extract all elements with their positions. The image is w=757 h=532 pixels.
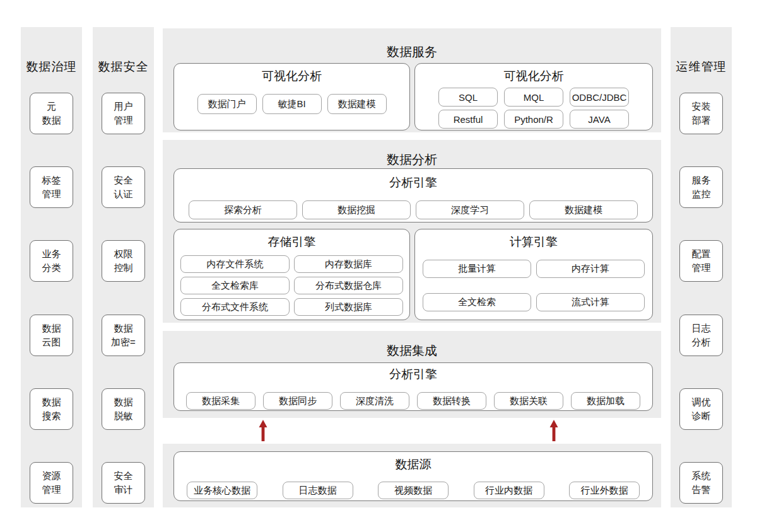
module-data-search: 数据 搜索 xyxy=(30,388,73,430)
panel-analysis-engine-title: 分析引擎 xyxy=(174,175,652,191)
chip-data-modeling: 数据建模 xyxy=(327,94,387,114)
up-arrow-icon xyxy=(549,420,559,441)
chip-inmemory-computing: 内存计算 xyxy=(536,260,645,278)
chip-row: 探索分析 数据挖掘 深度学习 数据建模 xyxy=(174,200,652,219)
module-user-management: 用户 管理 xyxy=(102,93,145,134)
module-security-audit: 安全 审计 xyxy=(102,462,145,504)
chip-row: Restful Python/R JAVA xyxy=(415,110,652,129)
module-config-management: 配置 管理 xyxy=(679,240,723,282)
panel-compute-engine-title: 计算引擎 xyxy=(415,234,652,250)
panel-storage-engine: 存储引擎 内存文件系统 内存数据库 全文检索库 分布式数据仓库 分布式文件系统 … xyxy=(173,229,410,320)
chip-row: 全文检索 流式计算 xyxy=(415,293,652,311)
chip-restful: Restful xyxy=(438,110,498,129)
panel-storage-engine-title: 存储引擎 xyxy=(174,234,409,250)
chip-data-collection: 数据采集 xyxy=(186,392,255,410)
chip-inmemory-file-system: 内存文件系统 xyxy=(180,255,290,273)
module-log-analysis: 日志 分析 xyxy=(679,315,723,356)
chip-stream-computing: 流式计算 xyxy=(536,293,645,311)
panel-visual-analysis-title: 可视化分析 xyxy=(174,68,409,84)
panel-integration-engine-title: 分析引擎 xyxy=(174,366,652,383)
up-arrow-icon xyxy=(258,420,268,441)
sidebar-governance-title: 数据治理 xyxy=(21,27,82,75)
module-data-cloud-map: 数据 云图 xyxy=(30,315,73,356)
chip-deep-learning: 深度学习 xyxy=(416,200,524,219)
module-data-encryption: 数据 加密= xyxy=(102,315,145,356)
chip-row: 数据门户 敏捷BI 数据建模 xyxy=(174,94,409,114)
chip-data-transformation: 数据转换 xyxy=(417,392,486,410)
section-data-source: 数据源 业务核心数据 日志数据 视频数据 行业内数据 行业外数据 xyxy=(163,444,661,507)
module-system-alert: 系统 告警 xyxy=(679,462,723,504)
chip-python-r: Python/R xyxy=(504,110,563,129)
section-data-integration: 数据集成 分析引擎 数据采集 数据同步 深度清洗 数据转换 数据关联 数据加载 xyxy=(163,331,661,418)
chip-row: SQL MQL ODBC/JDBC xyxy=(415,88,652,107)
section-data-services: 数据服务 可视化分析 数据门户 敏捷BI 数据建模 可视化分析 SQL MQL … xyxy=(163,28,661,132)
module-metadata: 元 数据 xyxy=(30,93,73,134)
chip-agile-bi: 敏捷BI xyxy=(262,94,322,114)
chip-columnar-database: 列式数据库 xyxy=(294,298,403,316)
panel-data-interface: 可视化分析 SQL MQL ODBC/JDBC Restful Python/R… xyxy=(414,63,653,130)
module-business-classification: 业务 分类 xyxy=(30,240,73,282)
sidebar-security: 数据安全 用户 管理 安全 认证 权限 控制 数据 加密= 数据 脱敏 安全 审… xyxy=(93,27,154,507)
section-data-services-title: 数据服务 xyxy=(163,28,661,61)
section-data-integration-title: 数据集成 xyxy=(163,331,661,359)
chip-inmemory-database: 内存数据库 xyxy=(294,255,403,273)
chip-data-sync: 数据同步 xyxy=(263,392,332,410)
chip-data-correlation: 数据关联 xyxy=(494,392,563,410)
panel-compute-engine: 计算引擎 批量计算 内存计算 全文检索 流式计算 xyxy=(414,229,653,320)
panel-analysis-engine: 分析引擎 探索分析 数据挖掘 深度学习 数据建模 xyxy=(173,168,653,223)
architecture-diagram: 数据治理 元 数据 标签 管理 业务 分类 数据 云图 数据 搜索 资源 管理 … xyxy=(0,0,757,532)
chip-industry-external-data: 行业外数据 xyxy=(569,482,640,499)
chip-data-loading: 数据加载 xyxy=(571,392,640,410)
sidebar-operations-title: 运维管理 xyxy=(671,27,732,75)
panel-data-source-title: 数据源 xyxy=(174,456,652,473)
chip-industry-internal-data: 行业内数据 xyxy=(474,482,544,499)
module-security-auth: 安全 认证 xyxy=(102,166,145,208)
chip-batch-computing: 批量计算 xyxy=(423,260,531,278)
chip-mql: MQL xyxy=(504,88,563,107)
chip-row: 批量计算 内存计算 xyxy=(415,260,652,278)
module-install-deploy: 安装 部署 xyxy=(679,93,723,134)
sidebar-governance: 数据治理 元 数据 标签 管理 业务 分类 数据 云图 数据 搜索 资源 管理 xyxy=(21,27,82,507)
chip-row: 业务核心数据 日志数据 视频数据 行业内数据 行业外数据 xyxy=(187,482,640,499)
module-permission-control: 权限 控制 xyxy=(102,240,145,282)
section-data-analysis-title: 数据分析 xyxy=(163,140,661,168)
panel-data-interface-title: 可视化分析 xyxy=(415,68,652,84)
chip-fulltext-search: 全文检索 xyxy=(423,293,531,311)
module-resource-management: 资源 管理 xyxy=(30,462,73,504)
panel-integration-engine: 分析引擎 数据采集 数据同步 深度清洗 数据转换 数据关联 数据加载 xyxy=(173,362,653,411)
sidebar-security-title: 数据安全 xyxy=(93,27,154,75)
chip-data-portal: 数据门户 xyxy=(197,94,257,114)
chip-fulltext-index-store: 全文检索库 xyxy=(180,277,290,294)
chip-distributed-data-warehouse: 分布式数据仓库 xyxy=(294,277,403,294)
chip-deep-cleansing: 深度清洗 xyxy=(340,392,409,410)
chip-log-data: 日志数据 xyxy=(283,482,353,499)
chip-distributed-file-system: 分布式文件系统 xyxy=(180,298,290,316)
module-service-monitoring: 服务 监控 xyxy=(679,166,723,208)
chip-java: JAVA xyxy=(570,110,629,129)
module-tag-management: 标签 管理 xyxy=(30,166,73,208)
module-data-masking: 数据 脱敏 xyxy=(102,388,145,430)
chip-odbc-jdbc: ODBC/JDBC xyxy=(570,88,629,107)
panel-visual-analysis: 可视化分析 数据门户 敏捷BI 数据建模 xyxy=(173,63,410,130)
chip-row: 数据采集 数据同步 深度清洗 数据转换 数据关联 数据加载 xyxy=(174,392,652,410)
chip-exploratory-analysis: 探索分析 xyxy=(189,200,297,219)
sidebar-operations: 运维管理 安装 部署 服务 监控 配置 管理 日志 分析 调优 诊断 系统 告警 xyxy=(671,27,732,507)
chip-business-core-data: 业务核心数据 xyxy=(187,482,257,499)
panel-data-source: 数据源 业务核心数据 日志数据 视频数据 行业内数据 行业外数据 xyxy=(173,451,653,501)
chip-data-mining: 数据挖掘 xyxy=(302,200,411,219)
chip-sql: SQL xyxy=(438,88,498,107)
module-tuning-diagnosis: 调优 诊断 xyxy=(679,388,723,430)
chip-grid: 内存文件系统 内存数据库 全文检索库 分布式数据仓库 分布式文件系统 列式数据库 xyxy=(180,255,403,316)
chip-video-data: 视频数据 xyxy=(378,482,449,499)
section-data-analysis: 数据分析 分析引擎 探索分析 数据挖掘 深度学习 数据建模 存储引擎 内存文件系… xyxy=(163,140,661,323)
chip-data-modeling: 数据建模 xyxy=(529,200,638,219)
